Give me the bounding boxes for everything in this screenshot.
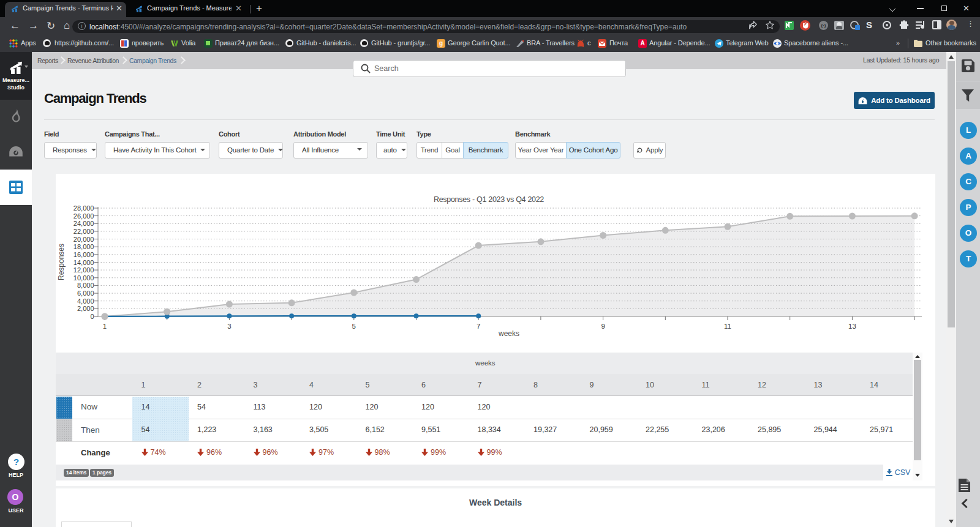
svg-text:1: 1 [103, 323, 107, 330]
svg-text:9: 9 [601, 323, 605, 330]
svg-text:28,000: 28,000 [74, 204, 94, 212]
svg-text:4,000: 4,000 [77, 297, 94, 305]
svg-text:22,000: 22,000 [74, 228, 94, 235]
svg-text:16,000: 16,000 [74, 251, 94, 258]
svg-text:20,000: 20,000 [74, 236, 94, 243]
svg-text:14,000: 14,000 [74, 259, 94, 266]
svg-text:0: 0 [90, 313, 94, 320]
svg-text:weeks: weeks [498, 329, 519, 338]
svg-text:10,000: 10,000 [74, 274, 94, 282]
svg-text:12,000: 12,000 [74, 266, 94, 274]
svg-text:11: 11 [724, 323, 731, 330]
svg-text:26,000: 26,000 [74, 212, 94, 220]
svg-text:3: 3 [227, 323, 231, 330]
svg-text:6,000: 6,000 [77, 290, 94, 297]
svg-text:Responses: Responses [57, 244, 66, 280]
svg-text:2,000: 2,000 [77, 305, 94, 312]
svg-text:13: 13 [848, 323, 856, 330]
svg-text:Responses - Q1 2023 vs Q4 2022: Responses - Q1 2023 vs Q4 2022 [434, 195, 544, 204]
svg-text:5: 5 [352, 323, 356, 330]
svg-text:18,000: 18,000 [74, 243, 94, 250]
svg-text:8,000: 8,000 [77, 282, 94, 289]
svg-text:7: 7 [477, 323, 480, 330]
svg-text:24,000: 24,000 [74, 220, 94, 227]
